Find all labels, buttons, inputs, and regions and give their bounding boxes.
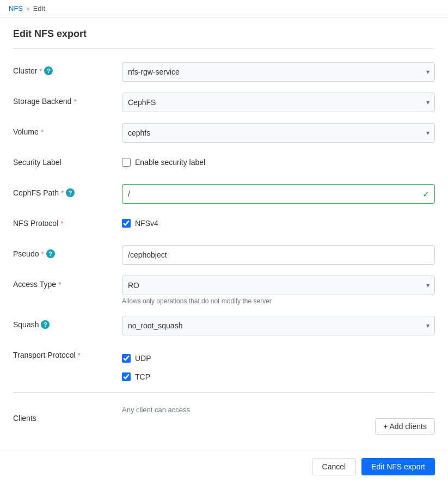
storage-backend-select-wrapper: CephFS ▾ xyxy=(122,93,435,112)
volume-row: Volume * cephfs ▾ xyxy=(13,123,435,143)
cluster-select-wrapper: nfs-rgw-service ▾ xyxy=(122,62,435,82)
cephfs-path-input-wrapper: ✓ xyxy=(122,184,435,204)
tcp-checkbox[interactable] xyxy=(122,372,131,381)
breadcrumb-current: Edit xyxy=(33,4,45,13)
clients-row: Clients Any client can access + Add clie… xyxy=(13,397,435,435)
squash-select[interactable]: no_root_squash root_squash all_squash xyxy=(122,316,435,335)
transport-protocol-label: Transport Protocol * xyxy=(13,346,122,359)
nfsv4-checkbox[interactable] xyxy=(122,219,131,228)
volume-select[interactable]: cephfs xyxy=(122,123,435,143)
squash-select-wrapper: no_root_squash root_squash all_squash ▾ xyxy=(122,316,435,335)
cluster-label: Cluster * ? xyxy=(13,62,122,75)
breadcrumb-separator: » xyxy=(26,5,30,13)
volume-label: Volume * xyxy=(13,123,122,136)
volume-required: * xyxy=(41,128,44,136)
nfs-protocol-control: NFSv4 xyxy=(122,215,435,228)
storage-backend-control: CephFS ▾ xyxy=(122,93,435,112)
access-type-required: * xyxy=(58,280,61,289)
storage-backend-select[interactable]: CephFS xyxy=(122,93,435,112)
nfs-protocol-nfsv4-wrapper: NFSv4 xyxy=(122,215,435,228)
footer-actions: Cancel Edit NFS export xyxy=(0,450,448,483)
cephfs-path-input[interactable] xyxy=(122,184,435,204)
pseudo-input[interactable] xyxy=(122,245,435,265)
squash-control: no_root_squash root_squash all_squash ▾ xyxy=(122,316,435,335)
tcp-label[interactable]: TCP xyxy=(135,372,150,381)
pseudo-required: * xyxy=(41,250,44,258)
edit-nfs-export-button[interactable]: Edit NFS export xyxy=(361,458,435,475)
cephfs-path-label: CephFS Path * ? xyxy=(13,184,122,197)
cephfs-path-row: CephFS Path * ? ✓ xyxy=(13,184,435,204)
page-container: Edit NFS export Cluster * ? nfs-rgw-serv… xyxy=(0,17,448,483)
squash-row: Squash ? no_root_squash root_squash all_… xyxy=(13,316,435,335)
access-type-select-wrapper: RO RW None ▾ xyxy=(122,276,435,295)
cluster-help-icon[interactable]: ? xyxy=(44,66,53,75)
security-label-checkbox-label[interactable]: Enable security label xyxy=(135,158,205,167)
security-label-control: Enable security label xyxy=(122,154,435,167)
clients-control: Any client can access + Add clients xyxy=(122,397,435,435)
cluster-row: Cluster * ? nfs-rgw-service ▾ xyxy=(13,62,435,82)
cephfs-path-help-icon[interactable]: ? xyxy=(66,188,75,197)
transport-protocol-required: * xyxy=(78,351,81,359)
nfs-protocol-label: NFS Protocol * xyxy=(13,215,122,228)
cluster-control: nfs-rgw-service ▾ xyxy=(122,62,435,82)
transport-checkboxes: UDP TCP xyxy=(122,346,435,381)
page-title: Edit NFS export xyxy=(13,28,435,49)
storage-backend-required: * xyxy=(73,97,76,106)
add-clients-button[interactable]: + Add clients xyxy=(375,418,435,435)
security-label-checkbox-wrapper: Enable security label xyxy=(122,154,435,167)
cluster-select[interactable]: nfs-rgw-service xyxy=(122,62,435,82)
transport-protocol-row: Transport Protocol * UDP TCP xyxy=(13,346,435,381)
security-label-checkbox[interactable] xyxy=(122,158,131,167)
storage-backend-row: Storage Backend * CephFS ▾ xyxy=(13,93,435,112)
cephfs-path-control: ✓ xyxy=(122,184,435,204)
udp-checkbox-wrapper: UDP xyxy=(122,350,435,363)
security-label-label: Security Label xyxy=(13,154,122,167)
nfs-protocol-row: NFS Protocol * NFSv4 xyxy=(13,215,435,234)
udp-label[interactable]: UDP xyxy=(135,354,151,363)
security-label-row: Security Label Enable security label xyxy=(13,154,435,173)
pseudo-control xyxy=(122,245,435,265)
access-type-control: RO RW None ▾ Allows only operations that… xyxy=(122,276,435,305)
transport-protocol-control: UDP TCP xyxy=(122,346,435,381)
access-type-label: Access Type * xyxy=(13,276,122,289)
storage-backend-label: Storage Backend * xyxy=(13,93,122,106)
tcp-checkbox-wrapper: TCP xyxy=(122,368,435,381)
pseudo-row: Pseudo * ? xyxy=(13,245,435,265)
cluster-required: * xyxy=(39,67,42,75)
squash-help-icon[interactable]: ? xyxy=(41,320,50,329)
squash-label: Squash ? xyxy=(13,316,122,329)
cephfs-path-required: * xyxy=(61,189,64,197)
clients-any-text: Any client can access xyxy=(122,401,435,414)
divider xyxy=(13,392,435,393)
add-clients-button-wrapper: + Add clients xyxy=(122,418,435,435)
access-type-row: Access Type * RO RW None ▾ Allows only o… xyxy=(13,276,435,305)
breadcrumb: NFS » Edit xyxy=(0,0,448,17)
cephfs-path-valid-icon: ✓ xyxy=(422,189,429,199)
nfsv4-label[interactable]: NFSv4 xyxy=(135,219,158,228)
access-type-helper: Allows only operations that do not modif… xyxy=(122,297,435,305)
cancel-button[interactable]: Cancel xyxy=(312,458,357,475)
volume-control: cephfs ▾ xyxy=(122,123,435,143)
udp-checkbox[interactable] xyxy=(122,354,131,363)
nfs-protocol-required: * xyxy=(60,219,63,228)
volume-select-wrapper: cephfs ▾ xyxy=(122,123,435,143)
pseudo-help-icon[interactable]: ? xyxy=(46,249,55,258)
pseudo-label: Pseudo * ? xyxy=(13,245,122,258)
clients-label: Clients xyxy=(13,397,122,435)
breadcrumb-nfs-link[interactable]: NFS xyxy=(9,4,23,13)
access-type-select[interactable]: RO RW None xyxy=(122,276,435,295)
